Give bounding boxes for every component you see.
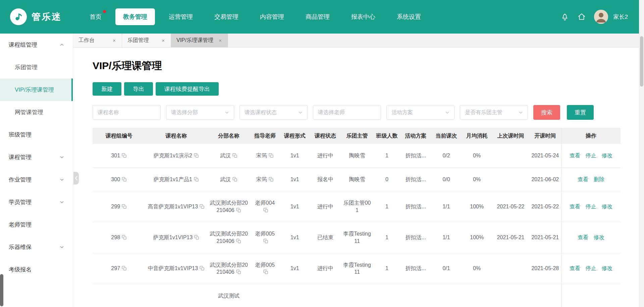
user-name[interactable]: 家长2 [613, 13, 628, 21]
copy-icon[interactable] [122, 153, 127, 158]
copy-icon[interactable] [200, 204, 205, 209]
page-title: VIP/乐理课管理 [93, 59, 621, 73]
operation-link[interactable]: 查看 [570, 265, 580, 271]
page-scrollbar-thumb[interactable] [640, 36, 643, 87]
tab-workbench[interactable]: 工作台 × [73, 34, 122, 47]
sidebar-item-course-group-mgmt[interactable]: 课程组管理 [0, 34, 73, 56]
filter-bar: 请选择分部 请选课程状态 活动方案 是否有乐团主管 搜索 重置 [93, 105, 621, 120]
activity-plan-select[interactable]: 活动方案 [386, 105, 454, 120]
nav-item-product-mgmt[interactable]: 商品管理 [298, 8, 337, 25]
sidebar-item-orchestra-mgmt[interactable]: 乐团管理 [0, 56, 73, 79]
cell-current: 0/1 [431, 253, 462, 284]
tab-orchestra-mgmt[interactable]: 乐团管理 × [122, 34, 171, 47]
nav-item-home[interactable]: 首页 [82, 8, 109, 25]
nav-item-system-settings[interactable]: 系统设置 [389, 8, 429, 25]
course-name-input[interactable] [93, 105, 161, 120]
nav-item-operations-mgmt[interactable]: 运营管理 [161, 8, 201, 25]
copy-icon[interactable] [122, 204, 127, 209]
copy-icon[interactable] [194, 235, 199, 240]
cell-current [431, 284, 462, 307]
copy-icon[interactable] [200, 266, 205, 271]
nav-item-transaction-mgmt[interactable]: 交易管理 [207, 8, 246, 25]
copy-icon[interactable] [269, 177, 274, 182]
user-avatar[interactable] [594, 10, 608, 24]
copy-icon[interactable] [263, 239, 268, 244]
search-button[interactable]: 搜索 [533, 105, 560, 120]
copy-icon[interactable] [236, 269, 241, 274]
nav-item-label: 系统设置 [397, 13, 421, 20]
copy-icon[interactable] [263, 269, 268, 274]
copy-icon[interactable] [122, 177, 127, 182]
sidebar-item-vip-theory-course-mgmt[interactable]: VIP/乐理课管理 [0, 79, 73, 101]
cell-start_time: 2021-05-22 [529, 191, 561, 222]
sidebar-item-teacher-mgmt[interactable]: 老师管理 [0, 213, 73, 236]
page-scrollbar[interactable] [639, 0, 644, 307]
renewal-reminder-export-button[interactable]: 课程续费提醒导出 [156, 82, 219, 96]
operation-link[interactable]: 修改 [602, 204, 612, 209]
copy-icon[interactable] [263, 208, 268, 213]
copy-icon[interactable] [269, 153, 274, 158]
export-button[interactable]: 导出 [124, 82, 153, 96]
sidebar-item-online-course-mgmt[interactable]: 网管课管理 [0, 101, 73, 123]
col-orchestra-manager: 乐团主管 [341, 128, 374, 144]
operation-link[interactable]: 停止 [586, 265, 596, 271]
cell-text: 李霞Testing11 [343, 262, 371, 275]
operation-link[interactable]: 停止 [586, 153, 596, 158]
teacher-select-input[interactable] [313, 105, 381, 120]
header-right: 家长2 [560, 10, 628, 24]
cell-text: 2021-05-22 [497, 204, 525, 209]
operation-link[interactable]: 删除 [594, 176, 604, 182]
copy-icon[interactable] [194, 177, 199, 182]
cell-start_time: 2021-05-24 [529, 144, 561, 167]
table-row: 297中音萨克斯1v1VIP13武汉测试分部20210406老师0051v1进行… [93, 253, 621, 284]
sidebar-collapse-handle[interactable] [73, 172, 79, 185]
operation-link[interactable]: 查看 [570, 204, 580, 209]
operation-link[interactable]: 修改 [602, 265, 612, 271]
nav-item-academic-mgmt[interactable]: 教务管理 [115, 8, 155, 25]
close-icon[interactable]: × [218, 37, 222, 44]
home-icon[interactable] [577, 12, 586, 21]
operation-link[interactable]: 停止 [586, 204, 596, 209]
copy-icon[interactable] [232, 177, 237, 182]
copy-icon[interactable] [236, 208, 241, 213]
operation-link[interactable]: 修改 [602, 153, 612, 158]
cell-text: 0% [473, 153, 481, 158]
sidebar-item-class-mgmt[interactable]: 班级管理 [0, 123, 73, 146]
close-icon[interactable]: × [161, 37, 165, 44]
has-orchestra-manager-select[interactable]: 是否有乐团主管 [460, 105, 528, 120]
create-button[interactable]: 新建 [93, 82, 121, 96]
branch-select[interactable]: 请选择分部 [166, 105, 234, 120]
copy-icon[interactable] [122, 266, 127, 271]
cell-text: 297 [111, 265, 120, 271]
operation-link[interactable]: 查看 [578, 235, 588, 240]
copy-icon[interactable] [236, 239, 241, 244]
course-status-select[interactable]: 请选课程状态 [239, 105, 308, 120]
nav-item-content-mgmt[interactable]: 内容管理 [252, 8, 292, 25]
sidebar-item-homework-mgmt[interactable]: 作业管理 [0, 168, 73, 191]
sidebar-item-instrument-maintenance[interactable]: 乐器维保 [0, 236, 73, 258]
copy-icon[interactable] [232, 153, 237, 158]
bell-icon[interactable] [560, 12, 569, 21]
reset-button[interactable]: 重置 [567, 105, 594, 120]
copy-icon[interactable] [122, 235, 127, 240]
nav-item-report-center[interactable]: 报表中心 [343, 8, 383, 25]
cell-text: 中音萨克斯1v1VIP13 [148, 265, 198, 271]
sidebar-item-student-mgmt[interactable]: 学员管理 [0, 191, 73, 213]
close-icon[interactable]: × [112, 37, 116, 44]
cell-operations: 查看停止修改 [561, 144, 621, 167]
copy-icon[interactable] [194, 153, 199, 158]
tab-vip-theory-course-mgmt[interactable]: VIP/乐理课管理 × [171, 34, 228, 47]
operation-link[interactable]: 查看 [570, 153, 580, 158]
sidebar-item-grading-registration[interactable]: 考级报名 [0, 258, 73, 281]
sidebar-scrollbar-thumb[interactable] [0, 274, 3, 306]
sidebar-item-course-mgmt[interactable]: 课程管理 [0, 146, 73, 168]
cell-status [310, 284, 340, 307]
cell-teacher [251, 284, 280, 307]
app-logo[interactable]: 管乐迷 [10, 8, 62, 25]
sidebar-item-label: 班级管理 [9, 131, 32, 139]
cell-manager: 陶映雪 [341, 167, 374, 191]
operation-link[interactable]: 修改 [594, 235, 604, 240]
cell-teacher: 老师005 [251, 222, 280, 253]
sidebar-item-label: 作业管理 [9, 176, 32, 184]
operation-link[interactable]: 查看 [578, 176, 588, 182]
